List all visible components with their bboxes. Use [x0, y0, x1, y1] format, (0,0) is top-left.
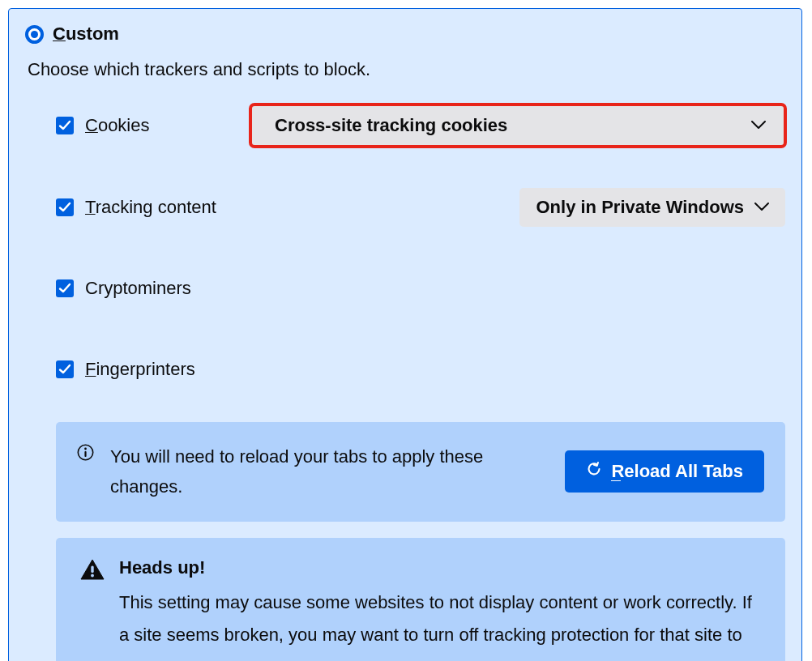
svg-rect-3: [91, 565, 93, 573]
tracking-content-dropdown-value: Only in Private Windows: [536, 197, 744, 218]
chevron-down-icon: [754, 200, 769, 215]
option-tracking-content-row: Tracking content Only in Private Windows: [56, 187, 785, 228]
check-icon: [58, 282, 71, 295]
option-cookies-row: Cookies Cross-site tracking cookies: [56, 104, 785, 147]
learn-how-link[interactable]: Learn how: [255, 658, 339, 661]
fingerprinters-label: Fingerprinters: [85, 359, 785, 380]
cookies-label: Cookies: [85, 115, 250, 136]
warning-box: Heads up! This setting may cause some we…: [56, 538, 785, 661]
warning-icon: [80, 559, 105, 661]
options-list: Cookies Cross-site tracking cookies Trac…: [56, 104, 785, 390]
svg-rect-2: [84, 451, 86, 457]
option-fingerprinters-row: Fingerprinters: [56, 349, 785, 390]
check-icon: [58, 119, 71, 132]
warning-title: Heads up!: [119, 557, 761, 578]
custom-radio-header[interactable]: Custom: [25, 23, 785, 45]
cookies-dropdown[interactable]: Cross-site tracking cookies: [250, 104, 785, 147]
custom-tracking-panel: Custom Choose which trackers and scripts…: [8, 8, 802, 661]
warning-content: Heads up! This setting may cause some we…: [119, 557, 761, 661]
cookies-dropdown-value: Cross-site tracking cookies: [275, 115, 507, 136]
reload-notice: You will need to reload your tabs to app…: [56, 422, 785, 522]
check-icon: [58, 201, 71, 214]
tracking-content-dropdown[interactable]: Only in Private Windows: [519, 188, 785, 227]
custom-title: Custom: [53, 23, 119, 45]
reload-icon: [586, 461, 602, 482]
check-icon: [58, 363, 71, 376]
tracking-content-label: Tracking content: [85, 197, 519, 218]
radio-selected-icon: [25, 25, 44, 44]
info-icon: [77, 444, 94, 464]
chevron-down-icon: [751, 118, 766, 133]
reload-all-tabs-button[interactable]: Reload All Tabs: [565, 450, 764, 493]
reload-notice-text: You will need to reload your tabs to app…: [110, 441, 549, 502]
svg-point-4: [91, 574, 94, 577]
option-cryptominers-row: Cryptominers: [56, 268, 785, 309]
panel-description: Choose which trackers and scripts to blo…: [28, 59, 785, 80]
cryptominers-checkbox[interactable]: [56, 279, 74, 297]
tracking-content-checkbox[interactable]: [56, 198, 74, 216]
warning-text: This setting may cause some websites to …: [119, 586, 761, 661]
cryptominers-label: Cryptominers: [85, 278, 785, 299]
cookies-checkbox[interactable]: [56, 117, 74, 134]
reload-button-label: Reload All Tabs: [611, 461, 743, 482]
svg-point-1: [84, 448, 87, 450]
fingerprinters-checkbox[interactable]: [56, 360, 74, 378]
